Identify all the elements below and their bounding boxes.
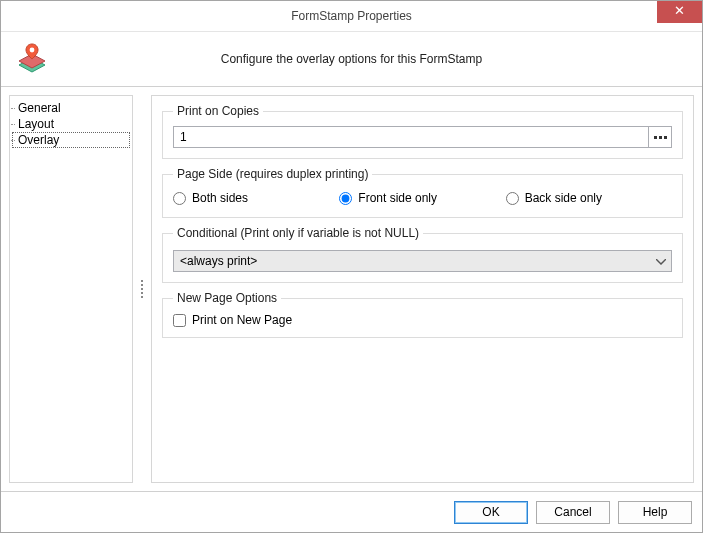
- body: General Layout Overlay Print on Copies: [1, 87, 702, 491]
- close-icon: ✕: [674, 3, 685, 18]
- legend-new-page: New Page Options: [173, 291, 281, 305]
- window-title: FormStamp Properties: [291, 9, 412, 23]
- group-new-page: New Page Options Print on New Page: [162, 291, 683, 338]
- ellipsis-icon: [664, 136, 667, 139]
- legend-print-on-copies: Print on Copies: [173, 104, 263, 118]
- radio-both-sides-input[interactable]: [173, 192, 186, 205]
- dialog-window: FormStamp Properties ✕ Configure the ove…: [0, 0, 703, 533]
- group-page-side: Page Side (requires duplex printing) Bot…: [162, 167, 683, 218]
- conditional-dropdown[interactable]: <always print>: [173, 250, 672, 272]
- ellipsis-icon: [659, 136, 662, 139]
- content-pane: Print on Copies Page Side (requires dupl…: [151, 95, 694, 483]
- print-on-new-page-checkbox[interactable]: Print on New Page: [173, 313, 672, 327]
- tree-item-layout[interactable]: Layout: [12, 116, 130, 132]
- radio-front-side[interactable]: Front side only: [339, 191, 505, 205]
- cancel-button[interactable]: Cancel: [536, 501, 610, 524]
- radio-both-sides[interactable]: Both sides: [173, 191, 339, 205]
- print-on-copies-browse-button[interactable]: [648, 126, 672, 148]
- legend-page-side: Page Side (requires duplex printing): [173, 167, 372, 181]
- tree-item-overlay[interactable]: Overlay: [12, 132, 130, 148]
- header-subtitle: Configure the overlay options for this F…: [1, 52, 702, 66]
- ellipsis-icon: [654, 136, 657, 139]
- radio-front-side-input[interactable]: [339, 192, 352, 205]
- conditional-dropdown-value: <always print>: [180, 254, 257, 268]
- chevron-down-icon: [653, 254, 669, 268]
- help-button[interactable]: Help: [618, 501, 692, 524]
- radio-front-side-label: Front side only: [358, 191, 437, 205]
- print-on-new-page-input[interactable]: [173, 314, 186, 327]
- splitter-handle[interactable]: [139, 95, 145, 483]
- radio-both-sides-label: Both sides: [192, 191, 248, 205]
- footer: OK Cancel Help: [1, 491, 702, 532]
- radio-back-side-label: Back side only: [525, 191, 602, 205]
- radio-back-side[interactable]: Back side only: [506, 191, 672, 205]
- nav-tree: General Layout Overlay: [9, 95, 133, 483]
- ok-button[interactable]: OK: [454, 501, 528, 524]
- tree-item-general[interactable]: General: [12, 100, 130, 116]
- header: Configure the overlay options for this F…: [1, 32, 702, 87]
- titlebar: FormStamp Properties ✕: [1, 1, 702, 32]
- close-button[interactable]: ✕: [657, 1, 702, 23]
- radio-back-side-input[interactable]: [506, 192, 519, 205]
- print-on-new-page-label: Print on New Page: [192, 313, 292, 327]
- print-on-copies-input[interactable]: [173, 126, 648, 148]
- group-print-on-copies: Print on Copies: [162, 104, 683, 159]
- legend-conditional: Conditional (Print only if variable is n…: [173, 226, 423, 240]
- group-conditional: Conditional (Print only if variable is n…: [162, 226, 683, 283]
